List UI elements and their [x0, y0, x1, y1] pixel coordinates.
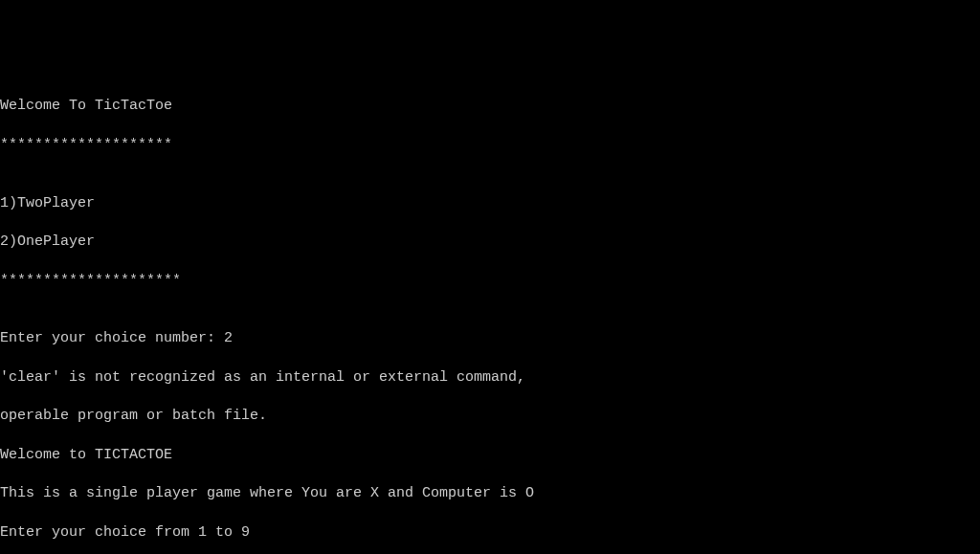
divider: ********************: [0, 136, 980, 155]
game-description: This is a single player game where You a…: [0, 484, 980, 503]
welcome-subtitle: Welcome to TICTACTOE: [0, 446, 980, 465]
instruction: Enter your choice from 1 to 9: [0, 523, 980, 543]
terminal-output[interactable]: Welcome To TicTacToe *******************…: [0, 78, 980, 554]
choice-prompt: Enter your choice number: 2: [0, 329, 980, 348]
menu-option-1: 1)TwoPlayer: [0, 194, 980, 213]
error-message: operable program or batch file.: [0, 407, 980, 426]
divider: *********************: [0, 272, 980, 291]
error-message: 'clear' is not recognized as an internal…: [0, 368, 980, 388]
welcome-title: Welcome To TicTacToe: [0, 97, 980, 116]
menu-option-2: 2)OnePlayer: [0, 233, 980, 252]
